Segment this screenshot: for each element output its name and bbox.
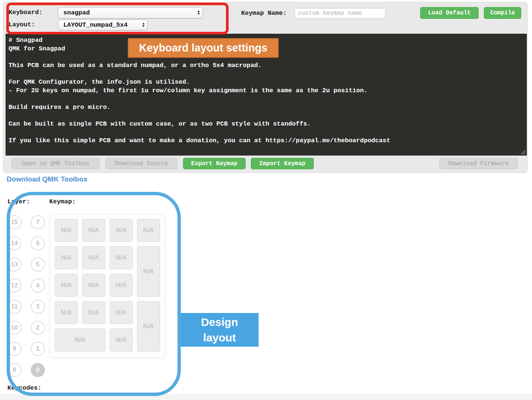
key-r3c1[interactable]: N/A (55, 274, 78, 297)
stepper-icon: ▲▼ (143, 23, 144, 28)
key-r2c2[interactable]: N/A (82, 246, 105, 269)
key-r2c1[interactable]: N/A (55, 246, 78, 269)
keymap-label: Keymap: (49, 198, 76, 205)
layer-button-1[interactable]: 1 (31, 342, 45, 356)
key-r1c2[interactable]: N/A (82, 219, 105, 242)
keyboard-select-value: snagpad (63, 9, 90, 16)
key-tall-lower[interactable]: N/A (137, 301, 160, 351)
layer-button-11[interactable]: 11 (7, 300, 21, 314)
configurator-panel: Keyboard: snagpad ▲▼ Layout: LAYOUT_nump… (3, 2, 528, 173)
layer-button-2[interactable]: 2 (31, 321, 45, 335)
download-qmk-toolbox-link[interactable]: Download QMK Toolbox (7, 175, 87, 183)
layer-label: Layer: (7, 198, 30, 205)
key-r4c3[interactable]: N/A (110, 301, 133, 324)
key-r3c2[interactable]: N/A (82, 274, 105, 297)
layer-button-4[interactable]: 4 (31, 279, 45, 293)
compile-button[interactable]: Compile (484, 7, 521, 19)
key-tall-upper[interactable]: N/A (137, 246, 160, 297)
key-r1c4[interactable]: N/A (137, 219, 160, 242)
key-r4c1[interactable]: N/A (55, 301, 78, 324)
key-r2c3[interactable]: N/A (110, 246, 133, 269)
stepper-icon: ▲▼ (198, 10, 200, 16)
key-r1c3[interactable]: N/A (110, 219, 133, 242)
layer-button-14[interactable]: 14 (7, 236, 21, 250)
keyboard-select[interactable]: snagpad ▲▼ (58, 7, 203, 19)
key-wide[interactable]: N/A (55, 329, 105, 351)
resize-handle-icon[interactable] (520, 149, 526, 155)
layout-label: Layout: (9, 21, 35, 28)
export-keymap-button[interactable]: Export Keymap (183, 158, 246, 169)
annotation-design-callout: Design layout (180, 313, 259, 347)
layout-select[interactable]: LAYOUT_numpad_5x4 ▲▼ (58, 20, 148, 30)
keymap-name-input[interactable] (295, 8, 386, 19)
layer-selector: 15 7 14 6 13 5 12 4 11 3 10 2 9 1 8 0 (7, 215, 45, 377)
keyboard-label: Keyboard: (9, 9, 43, 16)
layer-button-0-active[interactable]: 0 (31, 363, 45, 377)
download-source-button[interactable]: Download Source (105, 158, 177, 169)
layer-button-8[interactable]: 8 (7, 363, 21, 377)
layer-button-5[interactable]: 5 (31, 257, 45, 271)
key-r1c1[interactable]: N/A (55, 219, 78, 242)
keycodes-label: Keycodes: (7, 384, 41, 391)
load-default-button[interactable]: Load Default (420, 7, 479, 19)
layer-button-6[interactable]: 6 (31, 236, 45, 250)
layout-select-value: LAYOUT_numpad_5x4 (63, 21, 127, 29)
keymap-name-label: Keymap Name: (241, 10, 286, 17)
layer-button-13[interactable]: 13 (7, 257, 21, 271)
open-qmk-toolbox-button[interactable]: Open in QMK Toolbox (11, 158, 100, 169)
readme-textarea[interactable]: # Snagpad QMK for Snagpad This PCB can b… (6, 34, 527, 156)
layer-button-15[interactable]: 15 (7, 215, 21, 229)
download-firmware-button[interactable]: Download Firmware (439, 158, 518, 169)
layer-button-7[interactable]: 7 (31, 215, 45, 229)
readme-text: # Snagpad QMK for Snagpad This PCB can b… (6, 34, 527, 148)
layer-button-3[interactable]: 3 (31, 300, 45, 314)
keymap-panel: N/A N/A N/A N/A N/A N/A N/A N/A N/A N/A … (49, 214, 166, 358)
import-keymap-button[interactable]: Import Keymap (251, 158, 314, 169)
layer-button-12[interactable]: 12 (7, 279, 21, 293)
key-r3c3[interactable]: N/A (110, 274, 133, 297)
keymap-grid: N/A N/A N/A N/A N/A N/A N/A N/A N/A N/A … (55, 219, 160, 351)
keycodes-section-strip (0, 394, 532, 400)
layer-button-10[interactable]: 10 (7, 321, 21, 335)
key-r4c2[interactable]: N/A (82, 301, 105, 324)
layer-button-9[interactable]: 9 (7, 342, 21, 356)
qmk-configurator-page: Keyboard: snagpad ▲▼ Layout: LAYOUT_nump… (0, 0, 532, 400)
key-r5c3[interactable]: N/A (110, 329, 133, 351)
